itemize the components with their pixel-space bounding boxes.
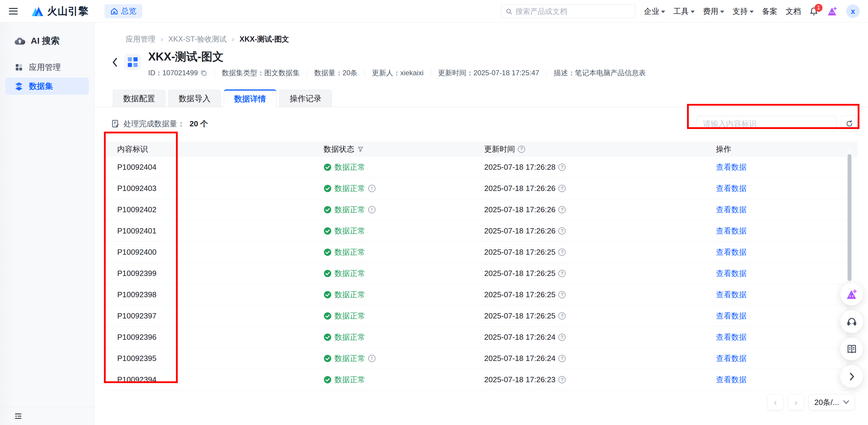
user-avatar[interactable]: x (846, 4, 860, 18)
table-body: P10092404 数据正常 2025-07-18 17:26:28 ? 查看数… (105, 157, 858, 390)
docs-button[interactable] (840, 338, 863, 360)
support-button[interactable] (840, 310, 863, 333)
chevron-down-icon (720, 11, 724, 13)
content-id: P10092398 (117, 290, 156, 299)
view-data-link[interactable]: 查看数据 (716, 353, 747, 364)
overview-button[interactable]: 总览 (104, 4, 142, 18)
status-label: 数据正常 (335, 183, 365, 194)
table-row: P10092397 数据正常 2025-07-18 17:26:25 ? 查看数… (105, 305, 858, 327)
question-icon[interactable]: ? (558, 333, 566, 341)
content-id: P10092402 (117, 205, 156, 214)
meta-item: ID：107021499 (148, 68, 207, 77)
view-data-link[interactable]: 查看数据 (716, 183, 747, 194)
refresh-icon (845, 120, 854, 128)
col-header-status: 数据状态 (323, 144, 484, 154)
chevron-down-icon (661, 11, 665, 13)
tab-bar: 数据配置 数据导入 数据详情 操作记录 (94, 90, 868, 107)
status-ok-icon (323, 291, 332, 299)
topbar-menu-item[interactable]: 文档 (786, 6, 801, 17)
content-id: P10092403 (117, 184, 156, 193)
table-row: P10092394 数据正常 2025-07-18 17:26:23 ? 查看数… (105, 369, 858, 390)
back-chevron-icon (112, 57, 118, 68)
meta-divider (214, 69, 215, 77)
question-icon[interactable]: ? (558, 291, 566, 298)
tab[interactable]: 数据配置 (113, 90, 165, 107)
chevron-down-icon (750, 11, 754, 13)
brand-name: 火山引擎 (47, 4, 89, 18)
question-icon[interactable]: ? (558, 312, 566, 320)
tab[interactable]: 数据详情 (224, 90, 276, 107)
view-data-link[interactable]: 查看数据 (716, 268, 747, 279)
topbar-menu-item[interactable]: 支持 (733, 6, 754, 17)
product-header: AI 搜索 (0, 23, 94, 57)
question-icon[interactable]: ? (558, 227, 566, 235)
hamburger-menu-icon[interactable] (9, 8, 18, 14)
filter-icon[interactable] (357, 146, 364, 152)
view-data-link[interactable]: 查看数据 (716, 374, 747, 385)
sidebar-footer (0, 407, 94, 425)
global-search-input[interactable] (516, 7, 631, 15)
headset-icon (846, 316, 857, 327)
refresh-button[interactable] (841, 116, 858, 132)
question-icon[interactable]: ? (558, 376, 566, 383)
col-header-actions: 操作 (716, 144, 858, 154)
collapse-sidebar-icon[interactable] (13, 412, 23, 421)
back-button[interactable] (112, 57, 118, 68)
global-search[interactable] (501, 4, 636, 18)
ai-assistant-icon[interactable] (827, 6, 838, 17)
status-label: 数据正常 (335, 247, 365, 257)
updated-time: 2025-07-18 17:26:25 (484, 269, 555, 278)
tab[interactable]: 操作记录 (279, 90, 332, 107)
topbar-menu-item[interactable]: 企业 (644, 6, 665, 17)
question-icon[interactable]: ? (558, 185, 566, 192)
ai-assistant-button[interactable] (840, 283, 863, 305)
app-window: 火山引擎 总览 企业 工具 费用 支持 备案 文档 (0, 0, 868, 425)
info-icon[interactable]: ! (368, 355, 376, 362)
collapse-float-button[interactable] (840, 365, 863, 388)
book-icon (846, 344, 857, 355)
page-size-select[interactable]: 20条/... (809, 394, 855, 410)
prev-page-button[interactable]: ‹ (767, 394, 783, 410)
brand-logo[interactable]: 火山引擎 (30, 4, 89, 18)
question-icon[interactable]: ? (518, 145, 525, 153)
content-id-filter-input[interactable] (697, 116, 836, 131)
view-data-link[interactable]: 查看数据 (716, 311, 747, 321)
breadcrumb-item[interactable]: XKX-ST-验收测试 (168, 34, 226, 44)
question-icon[interactable]: ? (558, 270, 566, 277)
status-label: 数据正常 (335, 268, 365, 279)
view-data-link[interactable]: 查看数据 (716, 247, 747, 257)
tab[interactable]: 数据导入 (168, 90, 221, 107)
content-id: P10092400 (117, 248, 156, 257)
status-label: 数据正常 (335, 311, 365, 321)
sidebar-item-grid[interactable]: 应用管理 (5, 59, 89, 76)
question-icon[interactable]: ? (558, 249, 566, 256)
next-page-button[interactable]: › (788, 394, 804, 410)
topbar-menu-item[interactable]: 备案 (762, 6, 777, 17)
question-icon[interactable]: ? (558, 164, 566, 171)
status-ok-icon (323, 312, 332, 320)
topbar-menu-item[interactable]: 工具 (674, 6, 695, 17)
view-data-link[interactable]: 查看数据 (716, 162, 747, 172)
view-data-link[interactable]: 查看数据 (716, 332, 747, 342)
view-data-link[interactable]: 查看数据 (716, 226, 747, 236)
info-icon[interactable]: ! (368, 185, 376, 192)
view-data-link[interactable]: 查看数据 (716, 204, 747, 215)
copy-icon[interactable] (200, 69, 207, 76)
scrollbar-thumb[interactable] (848, 154, 851, 281)
question-icon[interactable]: ? (558, 355, 566, 362)
info-icon[interactable]: ! (368, 206, 376, 214)
breadcrumb: 应用管理 › XKX-ST-验收测试 › XKX-测试-图文 (126, 34, 868, 44)
status-ok-icon (323, 185, 332, 192)
breadcrumb-item: XKX-测试-图文 (240, 34, 289, 44)
table-header: 内容标识 数据状态 更新时间 ? 操作 (105, 141, 858, 157)
topbar-menu-item[interactable]: 费用 (703, 6, 724, 17)
sidebar: AI 搜索 应用管理 数据集 (0, 23, 94, 425)
view-data-link[interactable]: 查看数据 (716, 290, 747, 300)
topbar: 火山引擎 总览 企业 工具 费用 支持 备案 文档 (0, 0, 868, 23)
question-icon[interactable]: ? (558, 206, 566, 214)
content-id: P10092397 (117, 312, 156, 321)
updated-time: 2025-07-18 17:26:24 (484, 354, 555, 363)
sidebar-item-layers[interactable]: 数据集 (5, 77, 89, 95)
notifications-button[interactable]: 1 (809, 7, 818, 16)
breadcrumb-item[interactable]: 应用管理 (126, 34, 155, 44)
